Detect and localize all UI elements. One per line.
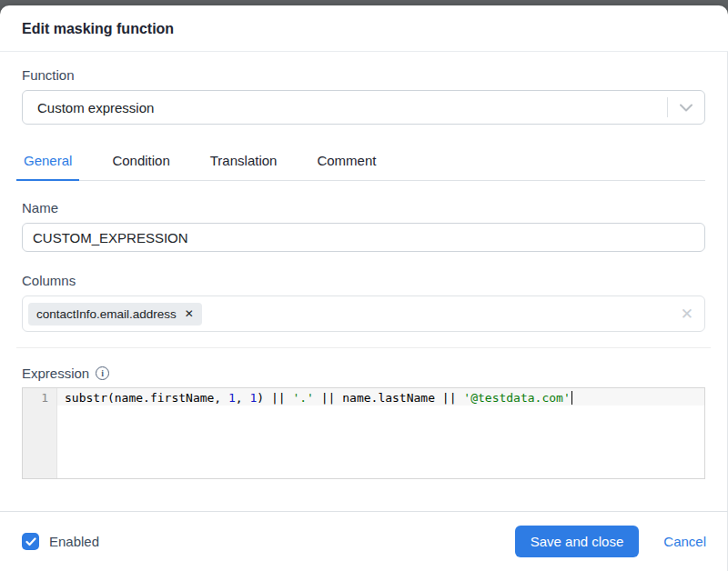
footer-actions: Save and close Cancel (515, 526, 706, 557)
enabled-checkbox[interactable] (22, 533, 39, 550)
clear-all-icon[interactable]: ✕ (681, 306, 693, 322)
code-token: ) || (257, 391, 292, 405)
name-input[interactable] (22, 223, 705, 252)
code-token: substr(name.firstName, (65, 391, 228, 405)
function-label: Function (22, 67, 705, 83)
code-token: '.' (292, 391, 313, 405)
tab-bar: General Condition Translation Comment (22, 149, 705, 181)
modal-body: Function Custom expression General Condi… (0, 52, 728, 571)
code-token: , (236, 391, 250, 405)
cancel-link[interactable]: Cancel (663, 534, 706, 549)
expression-code-editor[interactable]: 1 substr(name.firstName, 1, 1) || '.' ||… (22, 387, 705, 479)
code-line: substr(name.firstName, 1, 1) || '.' || n… (57, 388, 704, 406)
tab-translation[interactable]: Translation (208, 149, 279, 180)
name-label: Name (22, 200, 705, 215)
tab-general[interactable]: General (22, 149, 74, 180)
function-select-value: Custom expression (23, 100, 667, 115)
column-tag: contactInfo.email.address ✕ (28, 303, 202, 326)
code-token: 1 (228, 391, 236, 405)
modal-title: Edit masking function (0, 5, 728, 52)
edit-masking-function-modal: Edit masking function Function Custom ex… (0, 5, 728, 571)
page-backdrop: Edit masking function Function Custom ex… (0, 0, 728, 571)
tab-condition[interactable]: Condition (110, 149, 171, 180)
tab-comment[interactable]: Comment (315, 149, 378, 180)
expression-label: Expression (22, 366, 89, 381)
editor-content[interactable]: substr(name.firstName, 1, 1) || '.' || n… (57, 388, 704, 478)
code-token: '@testdata.com' (463, 391, 570, 405)
columns-label: Columns (22, 273, 705, 288)
editor-gutter: 1 (23, 388, 57, 478)
modal-footer: Enabled Save and close Cancel (0, 511, 728, 571)
save-and-close-button[interactable]: Save and close (515, 526, 640, 557)
columns-input[interactable]: contactInfo.email.address ✕ ✕ (22, 296, 705, 332)
enabled-label: Enabled (49, 534, 99, 549)
column-tag-label: contactInfo.email.address (36, 307, 177, 321)
code-token: || name.lastName || (314, 391, 463, 405)
expression-label-row: Expression i (22, 366, 705, 381)
line-number: 1 (23, 388, 56, 406)
info-icon[interactable]: i (96, 366, 109, 380)
text-cursor (571, 391, 572, 405)
function-select[interactable]: Custom expression (22, 90, 705, 125)
chevron-down-icon[interactable] (668, 104, 704, 112)
tag-remove-icon[interactable]: ✕ (185, 308, 194, 319)
section-divider (16, 347, 711, 348)
enabled-checkbox-row[interactable]: Enabled (22, 533, 99, 550)
